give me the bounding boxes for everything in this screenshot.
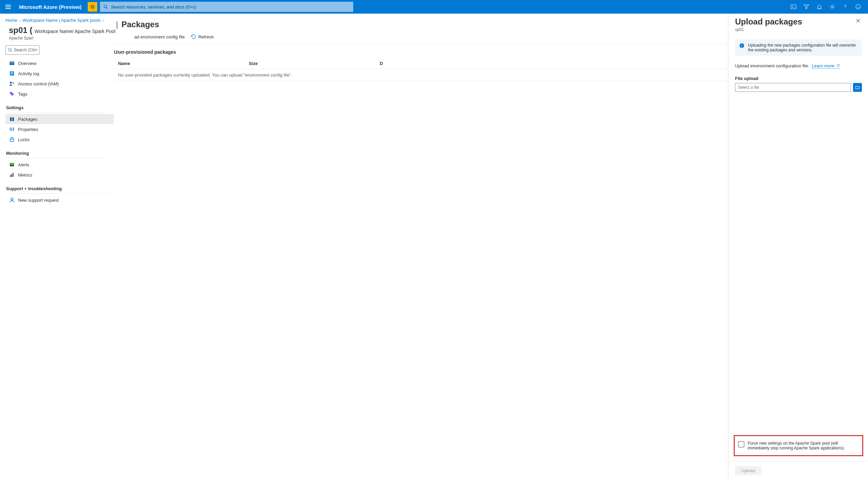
top-header: Microsoft Azure (Preview) [0, 0, 868, 14]
svg-rect-14 [11, 74, 12, 75]
svg-rect-9 [10, 62, 14, 63]
refresh-icon [191, 34, 196, 39]
global-search[interactable] [100, 2, 353, 12]
svg-rect-10 [10, 63, 14, 65]
svg-rect-12 [11, 72, 13, 73]
learn-more-link[interactable]: Learn more [812, 63, 839, 69]
svg-rect-25 [10, 163, 14, 166]
force-settings-highlight: Force new settings on the Apache Spark p… [734, 435, 863, 456]
file-upload-label: File upload [735, 76, 862, 81]
left-pane: Home › Workspace Name | Apache Spark poo… [0, 14, 114, 480]
access-control-icon [9, 81, 15, 86]
svg-point-3 [832, 6, 833, 8]
overview-icon [9, 61, 15, 66]
force-settings-label: Force new settings on the Apache Spark p… [748, 441, 859, 450]
column-name[interactable]: Name [118, 61, 249, 66]
search-icon [103, 4, 108, 9]
support-icon [9, 197, 15, 203]
breadcrumb-workspace[interactable]: Workspace Name | Apache Spark pools [22, 18, 100, 23]
settings-icon[interactable] [829, 4, 835, 10]
svg-point-8 [8, 48, 11, 51]
close-icon[interactable] [854, 17, 862, 26]
nav-locks[interactable]: Locks [5, 134, 114, 145]
info-box: Uploading the new packages configuration… [735, 39, 862, 56]
bug-icon[interactable] [88, 2, 97, 12]
upload-packages-panel: Upload packages sp01 Uploading the new p… [729, 14, 868, 480]
svg-rect-23 [13, 128, 14, 131]
nav-overview[interactable]: Overview [5, 58, 114, 68]
upload-instruction: Upload environment configuration file. L… [735, 63, 862, 68]
upload-button[interactable]: Upload [735, 466, 761, 475]
nav-tags[interactable]: Tags [5, 89, 114, 99]
force-settings-checkbox[interactable] [738, 441, 744, 447]
svg-rect-29 [13, 173, 14, 177]
activity-log-icon [9, 71, 15, 76]
nav-section-settings: Settings [5, 99, 108, 113]
nav-metrics[interactable]: Metrics [5, 170, 114, 180]
packages-icon [9, 116, 15, 122]
svg-point-0 [91, 6, 93, 8]
column-size[interactable]: Size [249, 61, 380, 66]
help-icon[interactable] [842, 4, 848, 10]
lock-icon [9, 137, 15, 142]
svg-rect-21 [10, 128, 11, 131]
resource-header: sp01 ( Workspace Name/ Apache Spark Pool… [5, 26, 114, 40]
svg-rect-20 [12, 117, 12, 121]
global-search-input[interactable] [111, 4, 350, 10]
svg-point-17 [11, 93, 11, 93]
chevron-right-icon: › [103, 18, 104, 22]
nav-activity-log[interactable]: Activity log [5, 68, 114, 79]
hamburger-menu-icon[interactable] [5, 3, 12, 10]
svg-point-33 [742, 44, 742, 45]
toolbar-upload-config[interactable]: ad environment config file [134, 34, 185, 39]
folder-icon [855, 85, 860, 90]
svg-point-1 [104, 5, 106, 8]
title-pipe: | [116, 20, 118, 29]
breadcrumb-home[interactable]: Home [5, 18, 17, 23]
svg-rect-24 [10, 139, 14, 142]
nav-section-support: Support + troubleshooting [5, 180, 108, 194]
svg-rect-27 [10, 175, 11, 177]
search-icon [8, 48, 13, 52]
properties-icon [9, 127, 15, 132]
toolbar-refresh[interactable]: Refresh [191, 34, 214, 39]
nav-access-control[interactable]: Access control (IAM) [5, 79, 114, 89]
nav-new-support[interactable]: New support request [5, 195, 114, 205]
flyout-subtitle: sp01 [735, 27, 802, 32]
tags-icon [9, 91, 15, 97]
svg-rect-32 [742, 45, 742, 47]
resource-name: sp01 ( [9, 26, 32, 35]
notifications-icon[interactable] [816, 4, 822, 10]
nav-packages[interactable]: Packages [5, 114, 114, 124]
metrics-icon [9, 172, 15, 178]
chevron-right-icon: › [19, 18, 21, 22]
nav-properties[interactable]: Properties [5, 124, 114, 134]
svg-rect-28 [11, 174, 12, 177]
svg-rect-22 [12, 128, 12, 131]
nav-alerts[interactable]: Alerts [5, 160, 114, 170]
column-date-partial[interactable]: D [380, 61, 383, 66]
nav-search[interactable] [5, 45, 39, 55]
svg-rect-26 [11, 164, 13, 164]
resource-path: Workspace Name/ Apache Spark Pool [34, 29, 115, 34]
feedback-icon[interactable] [855, 4, 861, 10]
browse-file-button[interactable] [853, 83, 862, 92]
nav-section-monitoring: Monitoring [5, 145, 108, 158]
directory-filter-icon[interactable] [803, 4, 810, 10]
flyout-title: Upload packages [735, 17, 802, 27]
info-icon [739, 43, 745, 48]
file-input[interactable] [735, 83, 851, 92]
alerts-icon [9, 162, 15, 167]
svg-rect-2 [791, 5, 796, 9]
side-nav: Overview Activity log Access control (IA… [5, 58, 114, 205]
brand-label[interactable]: Microsoft Azure (Preview) [19, 4, 82, 10]
svg-point-4 [856, 4, 861, 9]
nav-search-input[interactable] [14, 48, 37, 52]
breadcrumb: Home › Workspace Name | Apache Spark poo… [5, 14, 114, 24]
page-title: Packages [121, 20, 159, 29]
svg-rect-13 [11, 73, 13, 74]
svg-point-16 [13, 82, 14, 84]
resource-type: Apache Sparl [9, 36, 115, 40]
cloud-shell-icon[interactable] [790, 4, 797, 10]
svg-point-15 [10, 82, 12, 84]
